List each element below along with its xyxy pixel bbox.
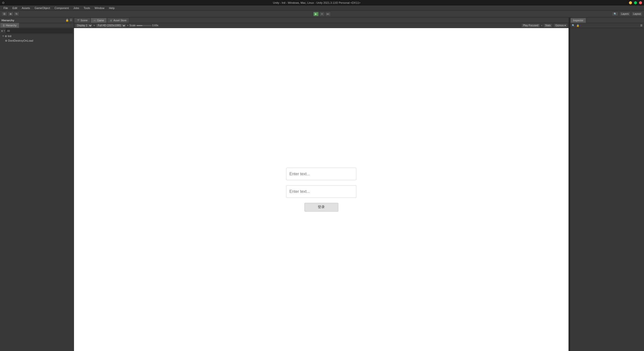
title-bar-left: ⊙ <box>2 1 5 5</box>
play-focused-dropdown[interactable]: ▾ <box>541 24 542 27</box>
login-button-label: 登录 <box>318 205 325 209</box>
tools-dropdown[interactable]: ☰ <box>2 12 7 16</box>
toolbar-right: 🔍 Layers Layout <box>612 12 642 16</box>
play-button[interactable]: ▶ <box>313 12 319 16</box>
title-bar: ⊙ Unity - Init - Windows, Mac, Linux - U… <box>0 0 644 6</box>
menu-help[interactable]: Help <box>107 6 117 10</box>
title-bar-title: Unity - Init - Windows, Mac, Linux - Uni… <box>5 1 629 4</box>
gizmos-button[interactable]: Gizmos ▾ <box>553 23 568 28</box>
scale-value: 0.69x <box>152 24 158 27</box>
game-toolbar: Display 1 ▾ Full HD (1920x1080) ▾ Scale … <box>74 23 569 28</box>
asset-store-icon: 🛒 <box>110 19 113 22</box>
scene-tab[interactable]: 🎬 Scene <box>74 18 90 23</box>
scale-slider-fill <box>136 25 142 26</box>
menu-component[interactable]: Component <box>52 6 71 10</box>
tool-buttons: ☰ ⊕ ↻ <box>2 12 19 16</box>
asset-store-label: Asset Store <box>114 19 127 22</box>
game-tab-icon: 🎮 <box>93 19 96 22</box>
game-toolbar-right: Play Focused ▾ Stats Gizmos ▾ <box>521 23 568 28</box>
menu-gameobject[interactable]: GameObject <box>33 6 52 10</box>
hierarchy-search-wrapper <box>6 29 73 33</box>
display-select[interactable]: Display 1 <box>75 24 93 28</box>
title-bar-controls[interactable] <box>629 1 642 4</box>
menu-tools[interactable]: Tools <box>82 6 92 10</box>
inspector-tab-label: Inspector <box>573 19 583 22</box>
hierarchy-item-label-init: Init <box>8 35 12 38</box>
main-layout: Hierarchy 🔒 ☰ ☰ Hierarchy + ▾ ▼ ⚙ <box>0 18 644 351</box>
global-toggle[interactable]: ↻ <box>14 12 19 16</box>
hierarchy-tab-bar: ☰ Hierarchy <box>0 23 74 28</box>
center-panel: 🎬 Scene 🎮 Game 🛒 Asset Store Display 1 ▾… <box>74 18 569 351</box>
hierarchy-menu-icon[interactable]: ☰ <box>70 19 72 22</box>
hierarchy-tab-label: Hierarchy <box>6 24 17 27</box>
hierarchy-actions: + ▾ <box>0 28 74 34</box>
menu-edit[interactable]: Edit <box>11 6 19 10</box>
inspector-search-icon: 🔍 <box>572 24 575 27</box>
login-button[interactable]: 登录 <box>304 203 338 212</box>
menu-assets[interactable]: Assets <box>20 6 32 10</box>
login-form: 登录 <box>286 168 356 212</box>
password-input[interactable] <box>286 185 356 198</box>
scale-control: Scale 0.69x <box>129 24 158 27</box>
resolution-select[interactable]: Full HD (1920x1080) <box>96 24 126 28</box>
hierarchy-panel: Hierarchy 🔒 ☰ ☰ Hierarchy + ▾ ▼ ⚙ <box>0 18 74 351</box>
play-focused-button[interactable]: Play Focused <box>521 23 540 28</box>
scene-tab-label: Scene <box>80 19 88 22</box>
inspector-lock-icon[interactable]: 🔒 <box>576 24 579 27</box>
pivot-toggle[interactable]: ⊕ <box>8 12 13 16</box>
game-tab[interactable]: 🎮 Game <box>91 18 107 23</box>
inspector-panel: Inspector 🔍 🔒 ☰ <box>570 18 644 351</box>
menu-window[interactable]: Window <box>93 6 106 10</box>
hierarchy-item-dontdestroy[interactable]: ⚙ DontDestroyOnLoad <box>0 38 74 43</box>
game-content: 登录 <box>74 28 569 351</box>
hierarchy-list: ▼ ⚙ Init ⚙ DontDestroyOnLoad <box>0 34 74 43</box>
main-tab-bar: 🎬 Scene 🎮 Game 🛒 Asset Store <box>74 18 569 23</box>
scale-label: Scale <box>129 24 136 27</box>
hierarchy-tab[interactable]: ☰ Hierarchy <box>0 23 19 28</box>
hierarchy-title: Hierarchy <box>2 19 14 22</box>
unity-logo-icon: ⊙ <box>2 1 5 5</box>
hierarchy-item-init[interactable]: ▼ ⚙ Init <box>0 34 74 38</box>
arrow-icon-init: ▼ <box>2 35 4 37</box>
resolution-dropdown-icon: ▾ <box>127 24 128 27</box>
hierarchy-header: Hierarchy 🔒 ☰ <box>0 18 74 23</box>
hierarchy-tab-icon: ☰ <box>3 24 5 27</box>
menu-bar: File Edit Assets GameObject Component Jo… <box>0 6 644 11</box>
gameobject-icon-dontdestroy: ⚙ <box>5 39 7 42</box>
inspector-tab-bar: Inspector <box>570 18 644 23</box>
inspector-menu-icon[interactable]: ☰ <box>640 24 642 27</box>
step-button[interactable]: ⏭ <box>325 12 331 16</box>
hierarchy-dropdown-icon[interactable]: ▾ <box>4 30 5 32</box>
asset-store-tab[interactable]: 🛒 Asset Store <box>107 18 129 23</box>
pause-button[interactable]: ⏸ <box>319 12 325 16</box>
inspector-tab[interactable]: Inspector <box>570 18 586 23</box>
hierarchy-item-label-dontdestroy: DontDestroyOnLoad <box>8 39 33 42</box>
scale-slider-track[interactable] <box>136 25 151 26</box>
game-tab-label: Game <box>97 19 104 22</box>
close-button[interactable] <box>639 1 642 4</box>
stats-button[interactable]: Stats <box>543 23 553 28</box>
display-dropdown-icon: ▾ <box>94 24 95 27</box>
layers-button[interactable]: Layers <box>619 12 630 16</box>
main-toolbar: ☰ ⊕ ↻ ▶ ⏸ ⏭ 🔍 Layers Layout <box>0 11 644 18</box>
menu-file[interactable]: File <box>2 6 10 10</box>
play-controls: ▶ ⏸ ⏭ <box>313 12 331 16</box>
inspector-top-bar: 🔍 🔒 ☰ <box>570 23 644 28</box>
search-toolbar-button[interactable]: 🔍 <box>612 12 618 16</box>
game-canvas: 登录 <box>74 28 569 351</box>
username-input[interactable] <box>286 168 356 180</box>
hierarchy-search-input[interactable] <box>6 29 73 33</box>
layout-button[interactable]: Layout <box>631 12 642 16</box>
hierarchy-buttons: 🔒 ☰ <box>65 19 72 22</box>
minimize-button[interactable] <box>629 1 632 4</box>
maximize-button[interactable] <box>634 1 637 4</box>
hierarchy-lock-icon: 🔒 <box>65 19 69 22</box>
menu-jobs[interactable]: Jobs <box>71 6 81 10</box>
gameobject-icon-init: ⚙ <box>5 35 7 38</box>
scene-tab-icon: 🎬 <box>77 19 79 22</box>
hierarchy-add-button[interactable]: + <box>1 29 3 33</box>
hand-icon: ☰ <box>3 13 6 15</box>
